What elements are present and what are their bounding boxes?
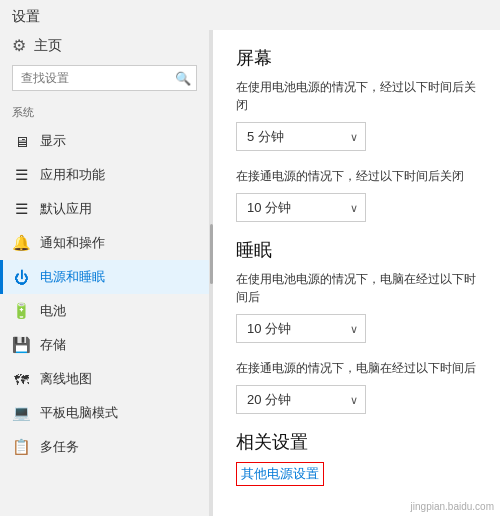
apps-icon: ☰ (12, 166, 30, 184)
sidebar-item-offline-maps-label: 离线地图 (40, 370, 92, 388)
sleep-plugged-dropdown[interactable]: 20 分钟 (236, 385, 366, 414)
scrollbar-thumb[interactable] (210, 224, 213, 284)
screen-battery-desc: 在使用电池电源的情况下，经过以下时间后关闭 (236, 78, 480, 114)
sidebar-item-power[interactable]: ⏻ 电源和睡眠 (0, 260, 209, 294)
battery-icon: 🔋 (12, 302, 30, 320)
sleep-battery-dropdown-wrapper: 10 分钟 (236, 314, 366, 343)
sidebar-item-power-label: 电源和睡眠 (40, 268, 105, 286)
sidebar-item-storage-label: 存储 (40, 336, 66, 354)
scrollbar-track (210, 30, 213, 516)
sidebar-item-multitask-label: 多任务 (40, 438, 79, 456)
screen-plugged-dropdown-row: 10 分钟 (236, 193, 480, 222)
display-icon: 🖥 (12, 133, 30, 150)
related-section: 相关设置 其他电源设置 (236, 430, 480, 486)
sidebar-item-display-label: 显示 (40, 132, 66, 150)
sleep-section: 睡眠 在使用电池电源的情况下，电脑在经过以下时间后 10 分钟 在接通电源的情况… (236, 238, 480, 414)
sidebar-item-offline-maps[interactable]: 🗺 离线地图 (0, 362, 209, 396)
search-icon: 🔍 (175, 71, 191, 86)
sidebar-item-battery[interactable]: 🔋 电池 (0, 294, 209, 328)
sidebar-item-tablet-mode[interactable]: 💻 平板电脑模式 (0, 396, 209, 430)
sleep-plugged-dropdown-wrapper: 20 分钟 (236, 385, 366, 414)
sleep-plugged-dropdown-row: 20 分钟 (236, 385, 480, 414)
sidebar-item-apps-label: 应用和功能 (40, 166, 105, 184)
sidebar-item-display[interactable]: 🖥 显示 (0, 124, 209, 158)
sleep-plugged-desc: 在接通电源的情况下，电脑在经过以下时间后 (236, 359, 480, 377)
sidebar-item-apps[interactable]: ☰ 应用和功能 (0, 158, 209, 192)
sleep-battery-dropdown[interactable]: 10 分钟 (236, 314, 366, 343)
settings-title: 设置 (0, 0, 500, 30)
sidebar-item-default-apps-label: 默认应用 (40, 200, 92, 218)
screen-section-title: 屏幕 (236, 46, 480, 70)
sidebar-home[interactable]: ⚙ 主页 (0, 30, 209, 61)
tablet-mode-icon: 💻 (12, 404, 30, 422)
content-area: 屏幕 在使用电池电源的情况下，经过以下时间后关闭 5 分钟 在接通电源的情况下，… (210, 30, 500, 516)
sleep-battery-dropdown-row: 10 分钟 (236, 314, 480, 343)
sidebar-item-battery-label: 电池 (40, 302, 66, 320)
screen-battery-dropdown[interactable]: 5 分钟 (236, 122, 366, 151)
related-section-title: 相关设置 (236, 430, 480, 454)
sidebar-item-tablet-mode-label: 平板电脑模式 (40, 404, 118, 422)
screen-plugged-dropdown[interactable]: 10 分钟 (236, 193, 366, 222)
notifications-icon: 🔔 (12, 234, 30, 252)
sleep-battery-desc: 在使用电池电源的情况下，电脑在经过以下时间后 (236, 270, 480, 306)
power-icon: ⏻ (12, 269, 30, 286)
sidebar-item-notifications[interactable]: 🔔 通知和操作 (0, 226, 209, 260)
watermark: jingpian.baidu.com (411, 501, 494, 512)
sidebar-item-notifications-label: 通知和操作 (40, 234, 105, 252)
sidebar-item-default-apps[interactable]: ☰ 默认应用 (0, 192, 209, 226)
home-label: 主页 (34, 37, 62, 55)
home-icon: ⚙ (12, 36, 26, 55)
screen-battery-dropdown-wrapper: 5 分钟 (236, 122, 366, 151)
screen-plugged-desc: 在接通电源的情况下，经过以下时间后关闭 (236, 167, 480, 185)
storage-icon: 💾 (12, 336, 30, 354)
default-apps-icon: ☰ (12, 200, 30, 218)
search-container: 🔍 (12, 65, 197, 91)
sidebar-item-storage[interactable]: 💾 存储 (0, 328, 209, 362)
sidebar-item-multitask[interactable]: 📋 多任务 (0, 430, 209, 464)
screen-battery-dropdown-row: 5 分钟 (236, 122, 480, 151)
offline-maps-icon: 🗺 (12, 371, 30, 388)
screen-plugged-dropdown-wrapper: 10 分钟 (236, 193, 366, 222)
system-section-label: 系统 (0, 99, 209, 124)
sidebar: ⚙ 主页 🔍 系统 🖥 显示 ☰ 应用和功能 ☰ 默认应用 🔔 通知和操作 ⏻ … (0, 30, 210, 516)
other-power-settings-link[interactable]: 其他电源设置 (236, 462, 324, 486)
search-input[interactable] (12, 65, 197, 91)
sleep-section-title: 睡眠 (236, 238, 480, 262)
multitask-icon: 📋 (12, 438, 30, 456)
